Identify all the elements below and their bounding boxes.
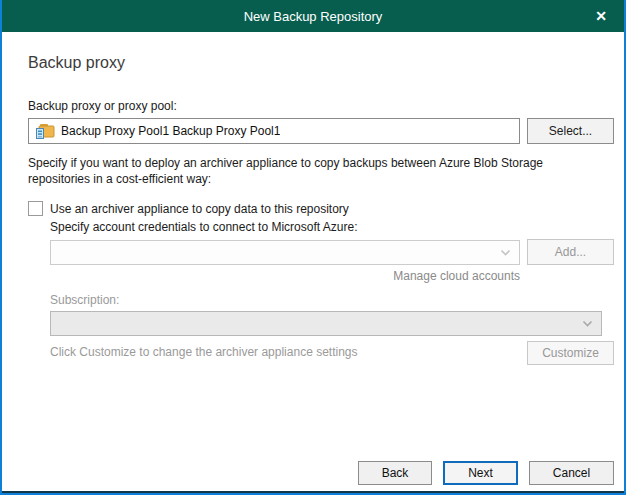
next-button[interactable]: Next xyxy=(443,461,518,485)
close-icon[interactable]: ✕ xyxy=(584,0,618,32)
proxy-pool-field[interactable]: Backup Proxy Pool1 Backup Proxy Pool1 xyxy=(28,118,520,144)
manage-cloud-accounts-link[interactable]: Manage cloud accounts xyxy=(50,269,520,283)
use-archiver-checkbox-label[interactable]: Use an archiver appliance to copy data t… xyxy=(50,202,349,216)
chevron-down-icon xyxy=(582,320,593,327)
credentials-dropdown[interactable] xyxy=(50,240,520,265)
proxy-pool-label: Backup proxy or proxy pool: xyxy=(28,99,177,113)
page-title: Backup proxy xyxy=(28,54,125,72)
new-backup-repository-dialog: New Backup Repository ✕ Backup proxy Bac… xyxy=(0,0,626,495)
credentials-label: Specify account credentials to connect t… xyxy=(50,220,358,234)
select-button[interactable]: Select... xyxy=(527,118,614,144)
window-bottom-edge xyxy=(2,491,624,493)
titlebar: New Backup Repository ✕ xyxy=(0,0,626,32)
subscription-label: Subscription: xyxy=(50,293,119,307)
archiver-description: Specify if you want to deploy an archive… xyxy=(28,155,608,187)
window-title: New Backup Repository xyxy=(244,9,383,24)
proxy-pool-value: Backup Proxy Pool1 Backup Proxy Pool1 xyxy=(61,124,280,138)
cancel-button[interactable]: Cancel xyxy=(529,461,614,485)
add-account-button[interactable]: Add... xyxy=(527,239,614,265)
back-button[interactable]: Back xyxy=(358,461,432,485)
customize-button[interactable]: Customize xyxy=(527,341,614,365)
use-archiver-checkbox[interactable] xyxy=(28,201,43,216)
customize-hint: Click Customize to change the archiver a… xyxy=(50,345,358,359)
subscription-dropdown[interactable] xyxy=(50,311,602,336)
proxy-pool-icon xyxy=(35,123,55,140)
chevron-down-icon xyxy=(500,249,511,256)
